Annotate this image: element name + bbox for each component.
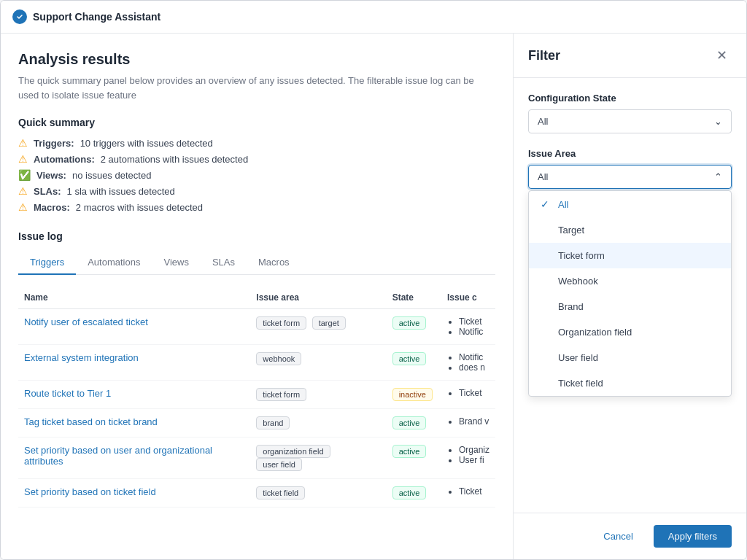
table-row: Notify user of escalated ticket ticket f… [18,309,495,345]
chevron-up-icon: ⌃ [714,171,722,182]
left-panel: Analysis results The quick summary panel… [1,34,513,559]
issue-area-select[interactable]: All ⌃ [528,165,732,189]
state-badge-inactive: inactive [392,388,433,401]
dropdown-item-ticket-field[interactable]: Ticket field [529,370,731,396]
row-link-notify[interactable]: Notify user of escalated ticket [24,316,148,327]
dropdown-item-label: All [558,199,568,210]
config-state-value: All [538,116,548,127]
col-state: State [387,287,441,309]
dropdown-item-brand[interactable]: Brand [529,294,731,319]
col-issue-d: Issue c [441,287,495,309]
apply-filters-button[interactable]: Apply filters [654,525,732,548]
header-icon [12,9,27,24]
analysis-description: The quick summary panel below provides a… [18,74,495,102]
analysis-title: Analysis results [18,51,495,68]
table-row: Set priority based on user and organizat… [18,438,495,479]
filter-header: Filter ✕ [514,34,746,78]
issue-detail-5: OrganizUser fi [441,438,495,479]
app-container: Support Change Assistant Analysis result… [0,0,747,560]
tab-slas[interactable]: SLAs [201,251,247,275]
summary-slas-label: SLAs: [34,186,61,197]
summary-macros-label: Macros: [34,202,70,213]
dropdown-item-label: Ticket field [558,378,603,389]
summary-views-text: no issues detected [72,170,151,181]
tab-triggers[interactable]: Triggers [18,251,76,275]
state-badge-active-2: active [392,352,427,365]
dropdown-item-label: Target [558,225,584,236]
warn-icon-automations: ⚠ [18,153,28,165]
issues-table: Name Issue area State Issue c Notify use… [18,287,495,508]
tabs-container: Triggers Automations Views SLAs Macros [18,251,495,275]
issue-area-value: All [538,171,548,182]
dropdown-item-ticket-form[interactable]: Ticket form [529,243,731,268]
state-badge-active-5: active [392,486,427,499]
badge-user-field: user field [256,458,302,471]
tab-views[interactable]: Views [152,251,200,275]
col-issue-area: Issue area [250,287,386,309]
row-link-tag[interactable]: Tag ticket based on ticket brand [24,416,158,427]
dropdown-item-label: Organization field [558,327,632,338]
dropdown-item-webhook[interactable]: Webhook [529,268,731,294]
dropdown-item-user-field[interactable]: User field [529,345,731,370]
dropdown-item-label: User field [558,352,598,363]
config-state-label: Configuration State [528,93,732,104]
table-row: Set priority based on ticket field ticke… [18,479,495,508]
warn-icon-triggers: ⚠ [18,137,28,149]
row-link-priority-field[interactable]: Set priority based on ticket field [24,486,156,497]
ok-icon-views: ✅ [18,169,31,181]
issue-area-label: Issue Area [528,148,732,159]
state-badge-active-3: active [392,416,427,429]
close-button[interactable]: ✕ [711,45,732,66]
table-row: External system integration webhook acti… [18,345,495,381]
app-header: Support Change Assistant [1,1,746,34]
tab-automations[interactable]: Automations [76,251,152,275]
dropdown-item-label: Brand [558,301,584,312]
filter-footer: Cancel Apply filters [514,513,746,559]
col-name: Name [18,287,250,309]
dropdown-item-label: Webhook [558,276,598,287]
app-title: Support Change Assistant [33,11,160,23]
summary-automations-label: Automations: [34,154,95,165]
badge-brand: brand [256,416,290,429]
summary-automations-text: 2 automations with issues detected [101,154,248,165]
issue-area-dropdown: ✓ All Target Ticket form [528,190,732,397]
summary-macros: ⚠ Macros: 2 macros with issues detected [18,201,495,213]
checkmark-icon: ✓ [541,198,552,210]
quick-summary-title: Quick summary [18,117,495,128]
dropdown-item-all[interactable]: ✓ All [529,191,731,217]
badge-ticket-form: ticket form [256,316,306,330]
warn-icon-macros: ⚠ [18,201,28,213]
row-link-external[interactable]: External system integration [24,352,139,363]
cancel-button[interactable]: Cancel [592,525,644,548]
issue-log-title: Issue log [18,230,495,242]
badge-ticket-field: ticket field [256,486,305,499]
summary-items: ⚠ Triggers: 10 triggers with issues dete… [18,137,495,213]
badge-org-field: organization field [256,445,330,458]
dropdown-item-label: Ticket form [558,250,605,261]
filter-title: Filter [528,48,560,63]
dropdown-item-target[interactable]: Target [529,217,731,243]
issue-detail-4: Brand v [441,409,495,438]
filter-panel: Filter ✕ Configuration State All ⌄ Issue… [513,34,746,559]
dropdown-item-org-field[interactable]: Organization field [529,319,731,345]
issue-area-section: Issue Area All ⌃ ✓ All Target [528,148,732,397]
summary-slas-text: 1 sla with issues detected [67,186,175,197]
issue-detail-3: Ticket [441,381,495,409]
state-badge-active-4: active [392,445,427,458]
summary-views: ✅ Views: no issues detected [18,169,495,181]
issue-detail-2: Notificdoes n [441,345,495,381]
issue-detail-6: Ticket [441,479,495,508]
summary-slas: ⚠ SLAs: 1 sla with issues detected [18,185,495,197]
row-link-route[interactable]: Route ticket to Tier 1 [24,388,111,399]
badge-ticket-form-2: ticket form [256,388,306,401]
issue-detail: TicketNotific [441,309,495,345]
summary-triggers-label: Triggers: [34,138,74,149]
state-badge-active: active [392,316,427,330]
config-state-select[interactable]: All ⌄ [528,109,732,133]
table-row: Tag ticket based on ticket brand brand a… [18,409,495,438]
tab-macros[interactable]: Macros [247,251,301,275]
summary-macros-text: 2 macros with issues detected [76,202,203,213]
row-link-priority-org[interactable]: Set priority based on user and organizat… [24,445,212,467]
summary-views-label: Views: [36,170,66,181]
config-state-section: Configuration State All ⌄ [528,93,732,133]
